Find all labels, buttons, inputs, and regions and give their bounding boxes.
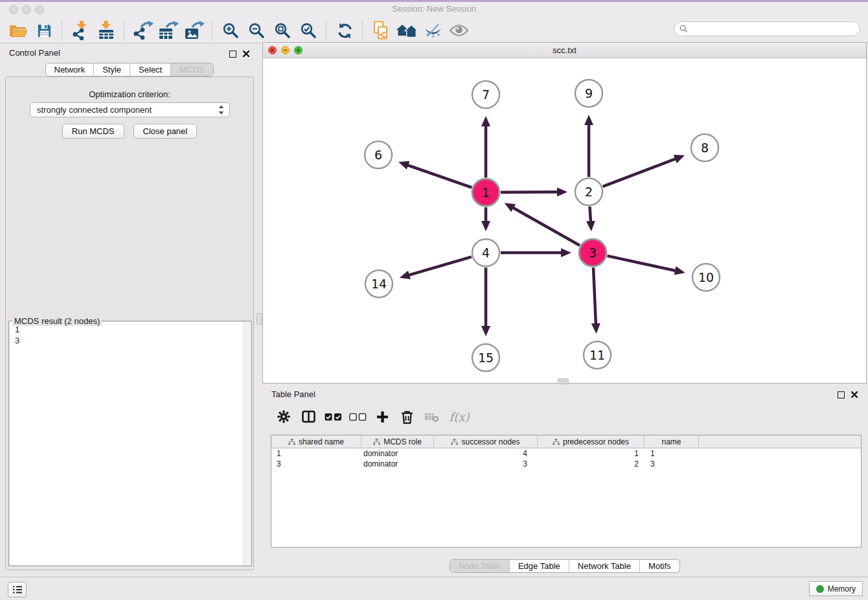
node-label-15: 15 (478, 351, 494, 365)
cell-name[interactable]: 1 (645, 449, 699, 458)
table-panel-tabs: Node TableEdge TableNetwork TableMotifs (449, 559, 680, 573)
table-row[interactable]: 3dominator323 (271, 459, 861, 469)
select-all-icon[interactable] (321, 405, 345, 428)
window-titlebar: Session: New Session (0, 0, 868, 19)
tab-edge-table[interactable]: Edge Table (509, 560, 569, 572)
apply-layout-icon[interactable] (332, 19, 358, 41)
edge-3-10[interactable] (607, 256, 676, 271)
edge-1-2[interactable] (501, 192, 558, 192)
edge-4-14[interactable] (408, 257, 472, 275)
close-table-panel-icon[interactable] (851, 391, 858, 398)
tab-node-table[interactable]: Node Table (450, 560, 509, 572)
node-label-4: 4 (482, 246, 490, 260)
zoom-selected-icon[interactable] (295, 19, 321, 41)
column-header-shared-name[interactable]: shared name (271, 435, 361, 448)
column-header-filler (699, 435, 861, 448)
zoom-fit-icon[interactable] (269, 19, 295, 41)
tab-mcds[interactable]: MCDS (170, 63, 212, 76)
node-label-10: 10 (698, 270, 714, 284)
toolbar-separator (362, 21, 363, 40)
network-graph[interactable]: 7968124314101511 (263, 58, 866, 383)
hide-selected-icon[interactable] (420, 19, 446, 41)
edge-2-3[interactable] (589, 207, 591, 222)
toolbar-separator (124, 21, 125, 40)
column-header-label: successor nodes (461, 437, 520, 446)
cell-mcds-role[interactable]: dominator (361, 459, 434, 468)
tab-network-table[interactable]: Network Table (569, 560, 639, 572)
split-view-icon[interactable] (296, 405, 321, 428)
import-table-icon[interactable] (93, 19, 119, 41)
memory-status-dot (816, 585, 824, 593)
cell-shared-name[interactable]: 3 (271, 459, 361, 468)
column-header-label: shared name (299, 437, 344, 446)
task-history-button[interactable] (8, 582, 27, 597)
edge-3-1[interactable] (512, 207, 580, 246)
search-input[interactable] (691, 23, 860, 36)
edge-3-11[interactable] (593, 268, 596, 325)
mcds-result-line: 3 (15, 335, 251, 346)
network-window-titlebar[interactable]: scc.txt (263, 43, 866, 58)
cell-predecessor-nodes[interactable]: 2 (538, 459, 645, 468)
first-neighbors-icon[interactable] (394, 19, 420, 41)
window-top-accent (0, 0, 868, 2)
column-header-mcds-role[interactable]: MCDS role (361, 435, 434, 448)
edge-2-8[interactable] (603, 159, 677, 187)
open-session-icon[interactable] (5, 19, 31, 41)
panel-splitter-handle[interactable] (257, 313, 262, 325)
run-mcds-button[interactable]: Run MCDS (62, 124, 124, 139)
node-label-8: 8 (701, 141, 709, 155)
export-network-icon[interactable] (130, 19, 155, 41)
cell-successor-nodes[interactable]: 4 (434, 449, 538, 458)
cell-name[interactable]: 3 (645, 459, 699, 468)
node-table-header: shared nameMCDS rolesuccessor nodesprede… (271, 435, 861, 448)
float-table-panel-icon[interactable] (838, 391, 845, 398)
tab-style[interactable]: Style (93, 63, 130, 76)
optimization-criterion-label: Optimization criterion: (6, 89, 253, 99)
node-label-9: 9 (585, 86, 593, 100)
control-panel-title: Control Panel (9, 48, 60, 58)
function-builder-icon: f(x) (444, 405, 475, 428)
cell-mcds-role[interactable]: dominator (361, 449, 434, 458)
export-image-icon[interactable] (181, 19, 207, 41)
status-bar: Memory (0, 577, 868, 600)
export-table-icon[interactable] (155, 19, 181, 41)
table-toolbar: f(x) (271, 403, 475, 430)
main-toolbar (0, 18, 868, 43)
result-scrollbar[interactable] (243, 322, 251, 565)
close-panel-icon[interactable] (242, 50, 250, 58)
tab-select[interactable]: Select (130, 63, 170, 76)
table-row[interactable]: 1dominator411 (271, 448, 861, 459)
delete-column-icon[interactable] (394, 405, 419, 428)
close-panel-button[interactable]: Close panel (133, 124, 198, 139)
column-header-successor-nodes[interactable]: successor nodes (434, 435, 538, 448)
horizontal-splitter-handle[interactable] (558, 378, 569, 384)
show-hidden-icon[interactable] (446, 19, 472, 41)
add-column-icon[interactable] (370, 405, 394, 428)
zoom-in-icon[interactable] (218, 19, 244, 41)
mcds-result-text[interactable]: 13 (10, 322, 251, 565)
new-network-from-selection-icon[interactable] (368, 19, 394, 41)
cell-shared-name[interactable]: 1 (271, 449, 361, 458)
float-panel-icon[interactable] (229, 51, 236, 58)
cell-successor-nodes[interactable]: 3 (434, 459, 538, 468)
zoom-out-icon[interactable] (244, 19, 269, 41)
save-session-icon[interactable] (31, 19, 57, 41)
memory-button[interactable]: Memory (809, 581, 863, 596)
column-header-predecessor-nodes[interactable]: predecessor nodes (538, 435, 645, 448)
edge-1-6[interactable] (407, 165, 472, 188)
session-title: Session: New Session (0, 4, 868, 14)
table-options-gear-icon[interactable] (271, 405, 296, 428)
tab-motifs[interactable]: Motifs (639, 560, 680, 572)
mcds-result-group: 13 MCDS result (2 nodes) (8, 321, 252, 566)
toolbar-separator (326, 21, 327, 40)
cell-predecessor-nodes[interactable]: 1 (538, 449, 645, 458)
import-network-icon[interactable] (67, 19, 93, 41)
node-table-body: 1dominator4113dominator323 (271, 448, 861, 469)
column-header-name[interactable]: name (645, 435, 699, 448)
tab-network[interactable]: Network (45, 63, 93, 76)
deselect-all-icon[interactable] (345, 405, 370, 428)
column-header-label: predecessor nodes (563, 437, 629, 446)
memory-label: Memory (828, 584, 856, 594)
mcds-buttons-row: Run MCDS Close panel (6, 124, 253, 139)
optimization-criterion-dropdown[interactable]: strongly connected component (30, 102, 230, 117)
